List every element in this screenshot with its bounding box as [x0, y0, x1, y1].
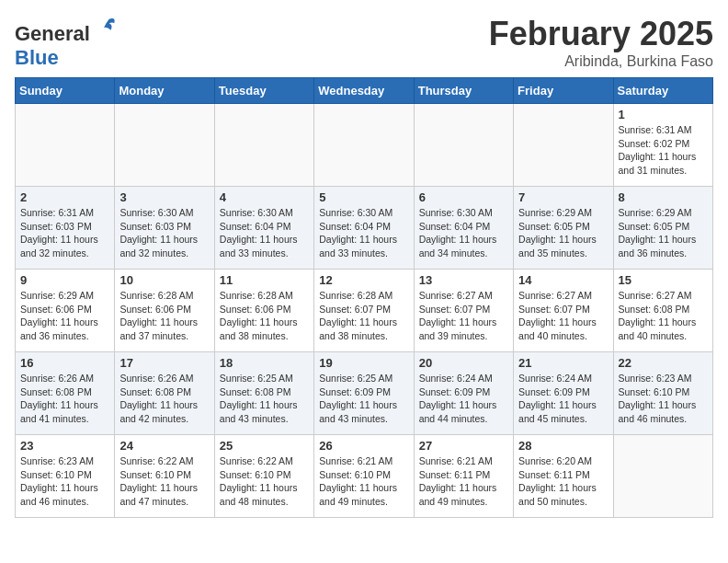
- day-number: 13: [419, 273, 508, 287]
- col-header-friday: Friday: [514, 78, 613, 104]
- col-header-monday: Monday: [115, 78, 214, 104]
- day-number: 26: [319, 439, 408, 453]
- calendar-cell: [314, 104, 414, 187]
- month-title: February 2025: [489, 15, 713, 53]
- day-info: Sunrise: 6:29 AMSunset: 6:06 PMDaylight:…: [20, 289, 109, 343]
- calendar-cell: 27Sunrise: 6:21 AMSunset: 6:11 PMDayligh…: [414, 435, 513, 518]
- col-header-wednesday: Wednesday: [314, 78, 414, 104]
- calendar-cell: 3Sunrise: 6:30 AMSunset: 6:03 PMDaylight…: [115, 187, 214, 270]
- calendar-cell: 16Sunrise: 6:26 AMSunset: 6:08 PMDayligh…: [16, 352, 115, 435]
- calendar-cell: 5Sunrise: 6:30 AMSunset: 6:04 PMDaylight…: [314, 187, 414, 270]
- calendar-cell: 17Sunrise: 6:26 AMSunset: 6:08 PMDayligh…: [115, 352, 214, 435]
- day-number: 4: [220, 190, 309, 204]
- day-number: 24: [119, 439, 209, 453]
- calendar-cell: 28Sunrise: 6:20 AMSunset: 6:11 PMDayligh…: [514, 435, 613, 518]
- day-info: Sunrise: 6:30 AMSunset: 6:04 PMDaylight:…: [419, 206, 508, 260]
- day-info: Sunrise: 6:22 AMSunset: 6:10 PMDaylight:…: [220, 454, 309, 509]
- calendar-week-row: 2Sunrise: 6:31 AMSunset: 6:03 PMDaylight…: [16, 187, 713, 270]
- day-info: Sunrise: 6:21 AMSunset: 6:10 PMDaylight:…: [319, 454, 408, 509]
- day-number: 19: [319, 356, 408, 370]
- calendar-cell: 6Sunrise: 6:30 AMSunset: 6:04 PMDaylight…: [414, 187, 513, 270]
- calendar-week-row: 9Sunrise: 6:29 AMSunset: 6:06 PMDaylight…: [16, 270, 713, 352]
- day-info: Sunrise: 6:28 AMSunset: 6:07 PMDaylight:…: [319, 289, 408, 343]
- calendar-cell: 2Sunrise: 6:31 AMSunset: 6:03 PMDaylight…: [16, 187, 115, 270]
- calendar-header-row: SundayMondayTuesdayWednesdayThursdayFrid…: [16, 78, 713, 104]
- day-info: Sunrise: 6:24 AMSunset: 6:09 PMDaylight:…: [518, 372, 608, 426]
- calendar-cell: 8Sunrise: 6:29 AMSunset: 6:05 PMDaylight…: [613, 187, 712, 270]
- day-number: 23: [20, 439, 109, 453]
- day-info: Sunrise: 6:31 AMSunset: 6:02 PMDaylight:…: [619, 123, 708, 178]
- day-info: Sunrise: 6:26 AMSunset: 6:08 PMDaylight:…: [119, 372, 209, 426]
- col-header-tuesday: Tuesday: [214, 78, 313, 104]
- location-title: Aribinda, Burkina Faso: [489, 53, 713, 70]
- calendar-cell: 12Sunrise: 6:28 AMSunset: 6:07 PMDayligh…: [314, 270, 414, 352]
- day-number: 5: [319, 190, 408, 204]
- logo-blue: Blue: [15, 46, 59, 69]
- col-header-thursday: Thursday: [414, 78, 513, 104]
- day-number: 2: [20, 190, 109, 204]
- day-info: Sunrise: 6:30 AMSunset: 6:03 PMDaylight:…: [119, 206, 209, 260]
- day-info: Sunrise: 6:28 AMSunset: 6:06 PMDaylight:…: [220, 289, 309, 343]
- logo-bird-icon: [92, 15, 118, 40]
- day-info: Sunrise: 6:30 AMSunset: 6:04 PMDaylight:…: [319, 206, 408, 260]
- day-info: Sunrise: 6:29 AMSunset: 6:05 PMDaylight:…: [619, 206, 708, 260]
- calendar-cell: [414, 104, 513, 187]
- day-info: Sunrise: 6:23 AMSunset: 6:10 PMDaylight:…: [20, 454, 109, 509]
- day-number: 3: [119, 190, 209, 204]
- calendar-cell: [16, 104, 115, 187]
- day-info: Sunrise: 6:25 AMSunset: 6:08 PMDaylight:…: [220, 372, 309, 426]
- calendar-cell: [214, 104, 313, 187]
- calendar-cell: 13Sunrise: 6:27 AMSunset: 6:07 PMDayligh…: [414, 270, 513, 352]
- day-number: 14: [518, 273, 608, 287]
- col-header-sunday: Sunday: [16, 78, 115, 104]
- day-number: 16: [20, 356, 109, 370]
- calendar-cell: 21Sunrise: 6:24 AMSunset: 6:09 PMDayligh…: [514, 352, 613, 435]
- day-number: 22: [619, 356, 708, 370]
- day-number: 20: [419, 356, 508, 370]
- day-info: Sunrise: 6:27 AMSunset: 6:07 PMDaylight:…: [518, 289, 608, 343]
- day-number: 8: [619, 190, 708, 204]
- calendar-cell: 20Sunrise: 6:24 AMSunset: 6:09 PMDayligh…: [414, 352, 513, 435]
- day-number: 27: [419, 439, 508, 453]
- day-number: 6: [419, 190, 508, 204]
- calendar-cell: [115, 104, 214, 187]
- day-info: Sunrise: 6:21 AMSunset: 6:11 PMDaylight:…: [419, 454, 508, 509]
- day-number: 28: [518, 439, 608, 453]
- day-number: 10: [119, 273, 209, 287]
- day-number: 17: [119, 356, 209, 370]
- day-number: 21: [518, 356, 608, 370]
- day-number: 15: [619, 273, 708, 287]
- calendar-cell: 7Sunrise: 6:29 AMSunset: 6:05 PMDaylight…: [514, 187, 613, 270]
- title-block: February 2025 Aribinda, Burkina Faso: [489, 15, 713, 70]
- day-number: 1: [619, 108, 708, 121]
- calendar-cell: 23Sunrise: 6:23 AMSunset: 6:10 PMDayligh…: [16, 435, 115, 518]
- day-info: Sunrise: 6:24 AMSunset: 6:09 PMDaylight:…: [419, 372, 508, 426]
- day-number: 9: [20, 273, 109, 287]
- calendar-cell: 1Sunrise: 6:31 AMSunset: 6:02 PMDaylight…: [613, 104, 712, 187]
- calendar-week-row: 23Sunrise: 6:23 AMSunset: 6:10 PMDayligh…: [16, 435, 713, 518]
- calendar-cell: 18Sunrise: 6:25 AMSunset: 6:08 PMDayligh…: [214, 352, 313, 435]
- calendar-cell: 11Sunrise: 6:28 AMSunset: 6:06 PMDayligh…: [214, 270, 313, 352]
- logo: General Blue: [15, 15, 118, 70]
- calendar-cell: 14Sunrise: 6:27 AMSunset: 6:07 PMDayligh…: [514, 270, 613, 352]
- calendar-cell: [514, 104, 613, 187]
- calendar-cell: 10Sunrise: 6:28 AMSunset: 6:06 PMDayligh…: [115, 270, 214, 352]
- day-info: Sunrise: 6:27 AMSunset: 6:07 PMDaylight:…: [419, 289, 508, 343]
- calendar-table: SundayMondayTuesdayWednesdayThursdayFrid…: [15, 77, 713, 518]
- day-number: 18: [220, 356, 309, 370]
- calendar-cell: 26Sunrise: 6:21 AMSunset: 6:10 PMDayligh…: [314, 435, 414, 518]
- page-header: General Blue February 2025 Aribinda, Bur…: [15, 15, 713, 70]
- logo-text: General Blue: [15, 15, 118, 70]
- day-info: Sunrise: 6:25 AMSunset: 6:09 PMDaylight:…: [319, 372, 408, 426]
- day-number: 7: [518, 190, 608, 204]
- calendar-cell: 25Sunrise: 6:22 AMSunset: 6:10 PMDayligh…: [214, 435, 313, 518]
- calendar-cell: 22Sunrise: 6:23 AMSunset: 6:10 PMDayligh…: [613, 352, 712, 435]
- day-info: Sunrise: 6:20 AMSunset: 6:11 PMDaylight:…: [518, 454, 608, 509]
- day-info: Sunrise: 6:28 AMSunset: 6:06 PMDaylight:…: [119, 289, 209, 343]
- day-info: Sunrise: 6:27 AMSunset: 6:08 PMDaylight:…: [619, 289, 708, 343]
- calendar-cell: 24Sunrise: 6:22 AMSunset: 6:10 PMDayligh…: [115, 435, 214, 518]
- day-number: 12: [319, 273, 408, 287]
- day-number: 11: [220, 273, 309, 287]
- day-info: Sunrise: 6:29 AMSunset: 6:05 PMDaylight:…: [518, 206, 608, 260]
- calendar-cell: 4Sunrise: 6:30 AMSunset: 6:04 PMDaylight…: [214, 187, 313, 270]
